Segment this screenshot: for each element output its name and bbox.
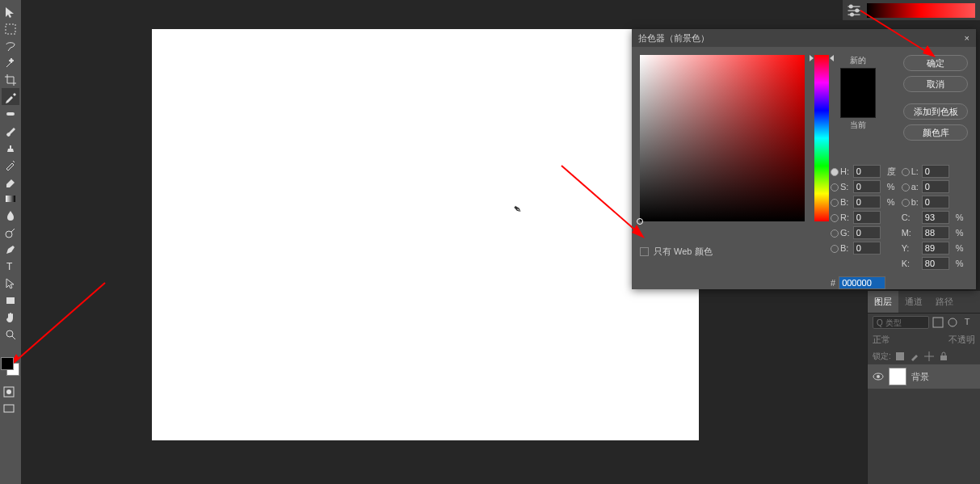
svg-point-8	[6, 389, 11, 394]
tool-path-select[interactable]	[2, 275, 19, 292]
blend-mode-select[interactable]: 正常	[873, 334, 890, 346]
tool-dodge[interactable]	[2, 224, 19, 241]
tab-paths[interactable]: 路径	[929, 291, 960, 313]
svg-line-19	[15, 283, 105, 362]
tab-layers[interactable]: 图层	[868, 291, 898, 313]
tool-clone[interactable]	[2, 139, 19, 156]
dialog-title: 拾色器（前景色）	[638, 32, 709, 44]
close-icon[interactable]: ×	[965, 33, 969, 43]
input-k[interactable]	[922, 257, 949, 270]
layer-thumbnail	[889, 368, 906, 385]
dialog-titlebar[interactable]: 拾色器（前景色） ×	[632, 29, 976, 47]
radio-r[interactable]	[831, 214, 839, 222]
radio-bv[interactable]	[831, 199, 839, 207]
tool-eraser[interactable]	[2, 173, 19, 190]
tool-magic-wand[interactable]	[2, 54, 19, 71]
spectrum-marker[interactable]	[637, 218, 643, 225]
web-colors-checkbox[interactable]	[640, 247, 649, 256]
visibility-eye-icon[interactable]	[873, 371, 884, 382]
lock-all-icon[interactable]	[938, 351, 949, 362]
filter-image-icon[interactable]	[932, 317, 944, 328]
radio-a[interactable]	[902, 183, 910, 191]
lock-label: 锁定:	[873, 351, 891, 362]
color-fields: H: 度 L: S: % a: B: % b: R: C: % G: M: % …	[831, 165, 967, 270]
input-hex[interactable]	[839, 276, 885, 289]
current-label: 当前	[839, 120, 877, 131]
tool-screenmode[interactable]	[0, 400, 18, 417]
tool-move[interactable]	[2, 3, 19, 20]
tool-hand[interactable]	[2, 309, 19, 326]
tool-eyedropper[interactable]	[2, 88, 19, 105]
layers-panel: 图层 通道 路径 T 正常 不透明 锁定: 背景	[867, 291, 980, 484]
canvas[interactable]	[152, 29, 699, 440]
add-swatch-button[interactable]: 添加到色板	[903, 103, 968, 120]
tool-gradient[interactable]	[2, 190, 19, 207]
svg-rect-1	[6, 112, 15, 116]
input-h[interactable]	[853, 165, 881, 178]
filter-type-icon[interactable]: T	[961, 317, 973, 328]
svg-rect-0	[6, 24, 15, 34]
tool-quickmask[interactable]	[0, 383, 18, 400]
svg-point-12	[850, 12, 854, 16]
tool-crop[interactable]	[2, 71, 19, 88]
input-bc[interactable]	[853, 242, 881, 255]
input-l[interactable]	[922, 165, 949, 178]
lock-position-icon[interactable]	[923, 351, 935, 362]
color-swatches[interactable]	[1, 357, 19, 375]
current-color-swatch[interactable]	[841, 93, 875, 117]
tool-type[interactable]: T	[2, 258, 19, 275]
radio-h[interactable]	[831, 168, 839, 176]
input-m[interactable]	[922, 226, 949, 239]
radio-b[interactable]	[902, 199, 910, 207]
input-c[interactable]	[922, 211, 949, 224]
panel-tabs: 图层 通道 路径	[868, 291, 980, 314]
input-y[interactable]	[922, 242, 949, 255]
svg-point-14	[948, 318, 957, 326]
svg-rect-16	[940, 356, 947, 360]
tool-zoom[interactable]	[2, 326, 19, 343]
radio-l[interactable]	[902, 168, 910, 176]
svg-point-6	[6, 330, 13, 337]
color-picker-dialog: 拾色器（前景色） × 新的 当前 确定 取消 添加到色板 颜色库 H: 度 L:	[632, 29, 976, 289]
svg-rect-15	[896, 352, 904, 360]
svg-rect-9	[4, 405, 14, 412]
svg-rect-13	[933, 318, 943, 327]
lock-pixels-icon[interactable]	[894, 351, 906, 362]
tool-rect-marquee[interactable]	[2, 20, 19, 37]
tool-blur[interactable]	[2, 207, 19, 224]
input-g[interactable]	[853, 226, 881, 239]
svg-point-11	[855, 8, 859, 12]
input-a[interactable]	[922, 180, 949, 193]
foreground-swatch[interactable]	[1, 357, 14, 370]
layer-filter-input[interactable]	[873, 316, 929, 329]
layer-row[interactable]: 背景	[868, 364, 980, 389]
filter-adjust-icon[interactable]	[947, 317, 958, 328]
tool-spot-heal[interactable]	[2, 105, 19, 122]
tool-brush[interactable]	[2, 122, 19, 139]
ok-button[interactable]: 确定	[903, 55, 968, 71]
opacity-label: 不透明	[948, 334, 975, 346]
lock-brush-icon[interactable]	[909, 351, 920, 362]
input-b[interactable]	[922, 196, 949, 208]
hex-label: #	[831, 278, 835, 288]
tool-lasso[interactable]	[2, 37, 19, 54]
input-s[interactable]	[853, 180, 881, 193]
new-label: 新的	[839, 55, 877, 66]
color-lib-button[interactable]: 颜色库	[903, 124, 968, 141]
radio-g[interactable]	[831, 229, 839, 238]
adjust-icon[interactable]	[846, 2, 862, 19]
radio-s[interactable]	[831, 183, 839, 191]
tab-channels[interactable]: 通道	[898, 291, 929, 313]
hue-slider[interactable]	[814, 55, 829, 221]
cancel-button[interactable]: 取消	[903, 76, 968, 92]
svg-rect-2	[6, 196, 15, 202]
color-ramp[interactable]	[867, 3, 975, 18]
svg-text:T: T	[6, 261, 13, 272]
input-bv[interactable]	[853, 196, 881, 208]
color-spectrum[interactable]	[640, 55, 805, 221]
tool-rectangle[interactable]	[2, 292, 19, 309]
radio-bc[interactable]	[831, 245, 839, 253]
input-r[interactable]	[853, 211, 881, 224]
tool-history-brush[interactable]	[2, 156, 19, 173]
tool-pen[interactable]	[2, 241, 19, 258]
